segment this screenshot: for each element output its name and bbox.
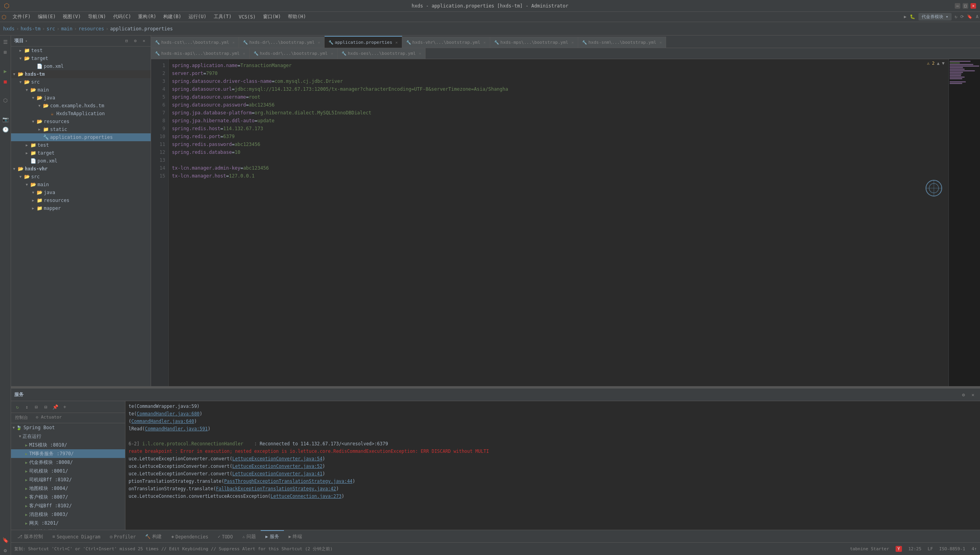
tab-close-cst[interactable]: ✕: [232, 40, 235, 45]
btab-terminal[interactable]: ▶ 终端: [284, 530, 307, 543]
tree-item-main2[interactable]: ▼ 📂 main: [11, 181, 151, 189]
tree-item-target1[interactable]: ▼ 📂 target: [11, 54, 151, 62]
console-link-8[interactable]: FallbackExceptionTranslationStrategy.jav…: [216, 486, 336, 491]
breadcrumb-hxds[interactable]: hxds: [3, 26, 15, 32]
breadcrumb-src[interactable]: src: [47, 26, 55, 32]
btab-services[interactable]: ▶ 服务: [261, 530, 284, 543]
menu-edit[interactable]: 编辑(E): [35, 13, 59, 21]
menu-refactor[interactable]: 重构(R): [135, 13, 159, 21]
menu-file[interactable]: 文件(F): [9, 13, 34, 21]
bookmark-side-icon[interactable]: 🔖: [1, 535, 10, 545]
breadcrumb-resources[interactable]: resources: [78, 26, 104, 32]
history-icon[interactable]: 🕐: [1, 125, 10, 134]
svc-collapse-btn[interactable]: ⊟: [32, 403, 40, 411]
status-yar[interactable]: Y: [896, 546, 902, 552]
svc-item-tm[interactable]: ▶ TM事务服务 :7970/: [11, 449, 125, 458]
tab-close-oes[interactable]: ✕: [419, 51, 421, 56]
breadcrumb-main[interactable]: main: [61, 26, 73, 32]
tree-item-java2[interactable]: ▼ 📂 java: [11, 189, 151, 196]
menu-code[interactable]: 代码(C): [110, 13, 134, 21]
tab-close-dr[interactable]: ✕: [318, 40, 320, 45]
tab-hxds-odr-bootstrap[interactable]: 🔧 hxds-odr\...\bootstrap.yml ✕: [250, 48, 338, 59]
tree-item-test2[interactable]: ▶ 📁 test: [11, 141, 151, 149]
tab-hxds-dr-bootstrap[interactable]: 🔧 hxds-dr\...\bootstrap.yml ✕: [239, 37, 325, 48]
btab-profiler[interactable]: ◎ Profiler: [105, 530, 140, 543]
tree-item-main1[interactable]: ▼ 📂 main: [11, 86, 151, 94]
toolbar-translate-btn[interactable]: A: [976, 14, 978, 19]
svc-item-running[interactable]: ▼ 正在运行: [11, 432, 125, 441]
svc-item-map[interactable]: ▶ 地图模块 :8004/: [11, 484, 125, 493]
bottom-panel-settings-icon[interactable]: ⚙: [959, 391, 967, 399]
tab-close-vhr[interactable]: ✕: [483, 40, 486, 45]
console-link-5[interactable]: LettuceExceptionConverter.java:52: [232, 463, 322, 469]
tree-item-pom1[interactable]: 📄 pom.xml: [11, 62, 151, 70]
console-link-9[interactable]: LettuceConnection.java:273: [271, 493, 342, 499]
svc-add-btn[interactable]: +: [61, 403, 69, 411]
toolbar-profile-btn[interactable]: 代金券模块 ▾: [918, 13, 952, 21]
toolbar-debug-btn[interactable]: 🐛: [910, 14, 915, 19]
toolbar-refresh-btn[interactable]: ↻: [955, 14, 958, 19]
tab-hxds-mps-bootstrap[interactable]: 🔧 hxds-mps\...\bootstrap.yml ✕: [490, 37, 578, 48]
menu-build[interactable]: 构建(B): [160, 13, 185, 21]
tree-item-src1[interactable]: ▼ 📂 src: [11, 78, 151, 86]
tab-close-mis-api[interactable]: ✕: [243, 51, 245, 56]
btab-problems[interactable]: ⚠ 问题: [237, 530, 261, 543]
tree-item-resources1[interactable]: ▼ 📂 resources: [11, 118, 151, 125]
svc-item-coupon[interactable]: ▶ 代金券模块 :8008/: [11, 458, 125, 467]
svc-item-springboot[interactable]: ▼ 🍃 Spring Boot: [11, 423, 125, 432]
tree-item-resources2[interactable]: ▶ 📁 resources: [11, 196, 151, 204]
console-link-2[interactable]: CommandHandler.java:640: [131, 419, 194, 424]
svc-pin-btn[interactable]: 📌: [51, 403, 59, 411]
sidebar-gear-btn[interactable]: ⚙: [132, 37, 139, 45]
console-link-6[interactable]: LettuceExceptionConverter.java:41: [232, 471, 322, 477]
btab-build[interactable]: 🔨 构建: [140, 530, 166, 543]
bottom-panel-close-icon[interactable]: ✕: [969, 391, 977, 399]
minimize-button[interactable]: —: [955, 3, 960, 9]
console-link-7[interactable]: PassThroughExceptionTranslationStrategy.…: [224, 478, 352, 484]
menu-tools[interactable]: 工具(T): [211, 13, 235, 21]
nav-up-icon[interactable]: ▲: [937, 61, 940, 66]
sidebar-dropdown-icon[interactable]: ▾: [25, 39, 27, 43]
tree-item-test1[interactable]: ▶ 📁 test: [11, 47, 151, 54]
svc-item-gateway[interactable]: ▶ 网关 :8201/: [11, 519, 125, 527]
tree-item-pom2[interactable]: 📄 pom.xml: [11, 157, 151, 165]
svc-item-mis[interactable]: ▶ MIS模块 :8010/: [11, 441, 125, 449]
tree-item-target2[interactable]: ▶ 📁 target: [11, 149, 151, 157]
tab-hxds-mis-api-bootstrap[interactable]: 🔧 hxds-mis-api\...\bootstrap.yml ✕: [151, 48, 250, 59]
toolbar-run-btn[interactable]: ▶: [904, 14, 907, 19]
tree-item-hxds-vhr[interactable]: ▼ 📂 hxds-vhr: [11, 165, 151, 173]
status-indent[interactable]: 4↑: [972, 546, 977, 551]
toolbar-sync-btn[interactable]: ⟳: [960, 14, 964, 19]
sidebar-collapse-btn[interactable]: ⊟: [123, 37, 130, 45]
status-encoding[interactable]: ISO-8859-1: [939, 546, 965, 551]
code-area[interactable]: spring.application.name=TransactionManag…: [169, 59, 948, 386]
camera-icon[interactable]: 📷: [1, 114, 10, 124]
menu-vcs[interactable]: VCS(S): [235, 13, 259, 21]
tree-item-java1[interactable]: ▼ 📂 java: [11, 94, 151, 102]
btab-todo[interactable]: ✓ TODO: [213, 530, 237, 543]
tab-hxds-cst-bootstrap[interactable]: 🔧 hxds-cst\...\bootstrap.yml ✕: [151, 37, 239, 48]
stop-icon-left[interactable]: ■: [1, 77, 10, 86]
svc-filter-btn[interactable]: ⊟: [42, 403, 50, 411]
menu-run[interactable]: 运行(U): [185, 13, 210, 21]
tree-item-hxdstm-app[interactable]: ☕ HxdsTmApplication: [11, 110, 151, 118]
svc-expand-btn[interactable]: ↕: [23, 403, 31, 411]
tab-close-snm[interactable]: ✕: [659, 40, 662, 45]
btab-dependencies[interactable]: ◈ Dependencies: [166, 530, 213, 543]
nav-down-icon[interactable]: ▼: [942, 61, 945, 66]
svc-refresh-btn[interactable]: ↻: [13, 403, 21, 411]
status-lf[interactable]: LF: [928, 546, 933, 551]
tree-item-app-props[interactable]: 🔧 application.properties: [11, 133, 151, 141]
svc-tab-console[interactable]: 控制台: [11, 413, 32, 423]
console-link-4[interactable]: LettuceExceptionConverter.java:54: [232, 456, 322, 462]
tab-application-properties[interactable]: 🔧 application.properties ✕: [325, 36, 402, 48]
svc-item-driver[interactable]: ▶ 司机模块 :8001/: [11, 467, 125, 475]
svc-item-customer-bff[interactable]: ▶ 客户端Bff :8102/: [11, 501, 125, 510]
svc-item-message[interactable]: ▶ 消息模块 :8003/: [11, 510, 125, 519]
console-link-1[interactable]: CommandHandler.java:680: [137, 411, 200, 417]
tab-hxds-oes-bootstrap[interactable]: 🔧 hxds-oes\...\bootstrap.yml ✕: [338, 48, 426, 59]
sidebar-hide-btn[interactable]: ✕: [140, 37, 147, 45]
menu-window[interactable]: 窗口(W): [260, 13, 284, 21]
settings-side-icon[interactable]: ⚙: [1, 546, 10, 555]
tab-close-app-props[interactable]: ✕: [396, 40, 398, 45]
